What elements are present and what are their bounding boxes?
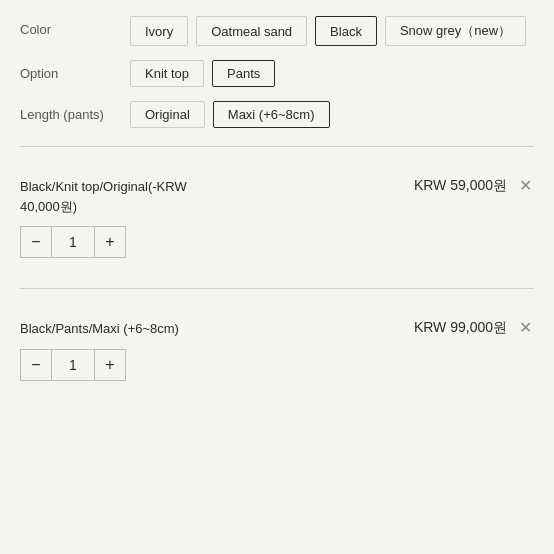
item-1-price: KRW 59,000원 (414, 177, 507, 195)
item-1-increase-button[interactable]: + (94, 226, 126, 258)
item-1-remove-button[interactable]: ✕ (517, 178, 534, 194)
divider-middle (20, 288, 534, 289)
option-knit-top[interactable]: Knit top (130, 60, 204, 87)
length-original[interactable]: Original (130, 101, 205, 128)
item-2-decrease-button[interactable]: − (20, 349, 52, 381)
option-row: Option Knit top Pants (20, 60, 534, 87)
item-2-top-row: Black/Pants/Maxi (+6~8cm) KRW 99,000원 ✕ (20, 319, 534, 339)
item-1-decrease-button[interactable]: − (20, 226, 52, 258)
item-1-top-row: Black/Knit top/Original(-KRW 40,000원) KR… (20, 177, 534, 216)
item-2-remove-button[interactable]: ✕ (517, 320, 534, 336)
item-2-increase-button[interactable]: + (94, 349, 126, 381)
item-1-price-close: KRW 59,000원 ✕ (414, 177, 534, 195)
item-1-quantity: 1 (52, 226, 94, 258)
item-2-quantity-row: − 1 + (20, 349, 534, 381)
length-options: Original Maxi (+6~8cm) (130, 101, 330, 128)
option-options: Knit top Pants (130, 60, 275, 87)
item-2-quantity: 1 (52, 349, 94, 381)
cart-item-1: Black/Knit top/Original(-KRW 40,000원) KR… (20, 165, 534, 270)
color-option-black[interactable]: Black (315, 16, 377, 46)
item-2-price-close: KRW 99,000원 ✕ (414, 319, 534, 337)
length-label: Length (pants) (20, 101, 130, 122)
option-pants[interactable]: Pants (212, 60, 275, 87)
length-row: Length (pants) Original Maxi (+6~8cm) (20, 101, 534, 128)
cart-item-2: Black/Pants/Maxi (+6~8cm) KRW 99,000원 ✕ … (20, 307, 534, 393)
color-options: Ivory Oatmeal sand Black Snow grey（new） (130, 16, 526, 46)
color-label: Color (20, 16, 130, 37)
color-option-snow-grey-new[interactable]: Snow grey（new） (385, 16, 526, 46)
item-1-name: Black/Knit top/Original(-KRW 40,000원) (20, 177, 220, 216)
divider-top (20, 146, 534, 147)
color-option-ivory[interactable]: Ivory (130, 16, 188, 46)
color-option-oatmeal-sand[interactable]: Oatmeal sand (196, 16, 307, 46)
item-2-price: KRW 99,000원 (414, 319, 507, 337)
item-2-name: Black/Pants/Maxi (+6~8cm) (20, 319, 179, 339)
option-label: Option (20, 60, 130, 81)
item-1-quantity-row: − 1 + (20, 226, 534, 258)
length-maxi[interactable]: Maxi (+6~8cm) (213, 101, 330, 128)
color-row: Color Ivory Oatmeal sand Black Snow grey… (20, 16, 534, 46)
